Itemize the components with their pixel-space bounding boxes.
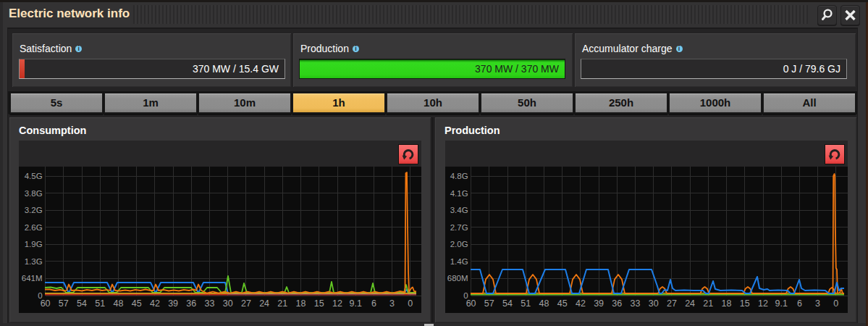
- svg-text:2.6G: 2.6G: [25, 223, 43, 232]
- svg-text:3.8G: 3.8G: [25, 189, 43, 198]
- svg-text:21: 21: [703, 298, 713, 309]
- svg-text:4.8G: 4.8G: [450, 172, 468, 180]
- svg-text:51: 51: [95, 298, 105, 309]
- svg-text:24: 24: [685, 298, 695, 309]
- svg-text:0: 0: [833, 298, 838, 309]
- svg-text:2.0G: 2.0G: [450, 240, 468, 248]
- svg-text:60: 60: [41, 298, 51, 309]
- svg-text:36: 36: [186, 298, 196, 309]
- svg-text:27: 27: [241, 298, 251, 309]
- svg-text:12: 12: [758, 298, 768, 309]
- svg-text:42: 42: [576, 298, 586, 309]
- svg-text:4.1G: 4.1G: [450, 189, 468, 198]
- svg-text:15: 15: [314, 298, 324, 309]
- svg-text:3: 3: [815, 298, 820, 309]
- svg-text:4.5G: 4.5G: [25, 172, 43, 180]
- svg-text:51: 51: [521, 298, 531, 309]
- svg-text:30: 30: [223, 298, 233, 309]
- svg-text:21: 21: [277, 298, 287, 309]
- svg-text:9.1: 9.1: [350, 298, 362, 309]
- svg-text:3.4G: 3.4G: [450, 206, 468, 214]
- svg-text:680M: 680M: [447, 274, 468, 283]
- svg-text:6: 6: [371, 298, 376, 309]
- svg-text:15: 15: [740, 298, 750, 309]
- svg-text:27: 27: [667, 298, 677, 309]
- svg-text:45: 45: [557, 298, 568, 309]
- svg-text:57: 57: [59, 298, 69, 309]
- svg-text:54: 54: [77, 298, 87, 309]
- svg-text:12: 12: [332, 298, 342, 309]
- svg-text:39: 39: [594, 298, 604, 309]
- svg-text:57: 57: [484, 298, 494, 309]
- svg-text:3.2G: 3.2G: [25, 206, 43, 214]
- svg-text:0: 0: [408, 298, 413, 309]
- svg-text:9.1: 9.1: [775, 298, 788, 309]
- svg-text:641M: 641M: [22, 274, 43, 283]
- svg-text:45: 45: [132, 298, 142, 309]
- svg-text:1.4G: 1.4G: [450, 257, 468, 266]
- svg-text:3: 3: [389, 298, 395, 309]
- svg-text:2.7G: 2.7G: [450, 223, 468, 232]
- svg-text:30: 30: [649, 298, 659, 309]
- svg-text:54: 54: [502, 298, 513, 309]
- svg-text:60: 60: [466, 298, 476, 309]
- svg-text:48: 48: [539, 298, 549, 309]
- svg-text:6: 6: [797, 298, 802, 309]
- svg-text:36: 36: [612, 298, 622, 309]
- svg-text:39: 39: [168, 298, 178, 309]
- svg-text:48: 48: [113, 298, 123, 309]
- svg-text:18: 18: [296, 298, 306, 309]
- svg-text:1.3G: 1.3G: [25, 257, 43, 266]
- svg-text:1.9G: 1.9G: [25, 240, 43, 248]
- svg-text:24: 24: [259, 298, 269, 309]
- svg-text:18: 18: [722, 298, 732, 309]
- svg-text:42: 42: [150, 298, 160, 309]
- svg-text:33: 33: [631, 298, 641, 309]
- svg-text:33: 33: [205, 298, 215, 309]
